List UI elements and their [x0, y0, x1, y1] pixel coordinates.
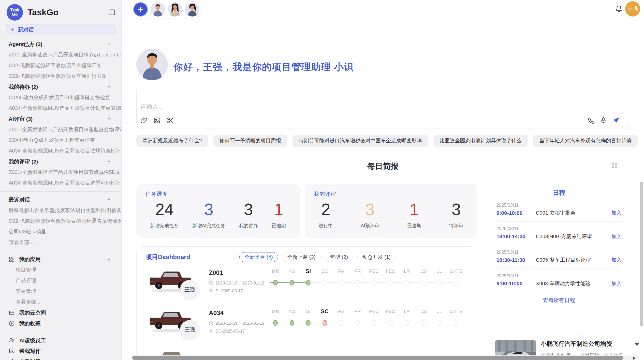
new-chat-button[interactable]: + 新对话 — [6, 24, 116, 35]
milestone-dot — [355, 280, 360, 286]
suggestion-chip[interactable]: 欧洲新规最近颁布了什么? — [136, 135, 208, 147]
chevron-up-icon[interactable] — [107, 198, 111, 202]
recent-view-all[interactable]: 查看全部... — [0, 237, 121, 248]
tab-powertrain[interactable]: 动总开发 (1) — [357, 252, 396, 262]
stat-label: 新增完成任务 — [150, 222, 179, 229]
milestone-dot — [355, 320, 360, 326]
sidebar-item[interactable]: C0X4-动力总成开发项目SI里程碑提交物检查 — [0, 92, 121, 103]
logo-text-bottom: Go — [12, 12, 18, 17]
section-agent-done[interactable]: Agent已办 (3) — [0, 39, 121, 50]
layout-grid-icon[interactable] — [611, 162, 618, 168]
schedule-item: 2025/03/11 13:00-14:30 C003|H0B-方案冻结评审 加… — [496, 226, 622, 245]
milestone-dot — [437, 280, 442, 286]
plus-icon: + — [11, 26, 14, 33]
sidebar-item[interactable]: A034-全新新能源MUV产品开发项目法规符合性评审 — [0, 146, 121, 156]
join-link[interactable]: 加入 — [611, 280, 621, 287]
join-link[interactable]: 加入 — [611, 257, 621, 263]
image-upload-icon[interactable] — [153, 117, 161, 124]
project-row[interactable]: 王强 A034 2023-12-19 ~ 2026-01-19 SC-2025-… — [137, 305, 476, 345]
app-item-product-mgmt[interactable]: 产品管理 — [0, 275, 121, 286]
sidebar-item[interactable]: A034-全新新能源MUV产品开发项目计划变更表编写 — [0, 103, 121, 114]
milestone-label: SI — [300, 308, 317, 315]
card-title: 任务进度 — [145, 190, 291, 198]
sidebar-item[interactable]: Z001-全新燃油轻卡产品开发项目SI节点属性5D文件评审 — [0, 167, 121, 178]
scroll-down-arrow-icon[interactable] — [635, 343, 639, 346]
recent-chat-item[interactable]: 公司Q3轻卡销量 — [0, 227, 121, 237]
owner-name: 王强 — [184, 286, 195, 293]
collapse-sidebar-icon[interactable] — [108, 9, 115, 16]
apps-view-all[interactable]: 查看全部... — [0, 297, 121, 307]
scissors-icon[interactable] — [167, 117, 174, 124]
my-apps[interactable]: 我的应用 — [0, 254, 121, 265]
schedule-time: 10:30-11:30 — [496, 257, 536, 263]
tab-new-platform[interactable]: 全新平台 (4) — [239, 252, 278, 262]
owner-avatar: 王强 — [180, 320, 199, 339]
chevron-up-icon[interactable] — [107, 42, 111, 47]
join-link[interactable]: 加入 — [611, 209, 621, 216]
agent-avatar-woman-1[interactable] — [168, 2, 182, 17]
send-icon[interactable] — [612, 117, 620, 124]
chevron-up-icon[interactable] — [107, 117, 111, 121]
section-ai-review[interactable]: AI评审 (3) — [0, 114, 121, 124]
sidebar-item[interactable]: C0X4-动力总成开发项目工程变更评审 — [0, 135, 121, 146]
attachment-icon[interactable] — [140, 117, 148, 124]
tab-new-body[interactable]: 全新上装 (3) — [282, 252, 321, 262]
section-recent-chats[interactable]: 最近对话 — [0, 194, 121, 205]
sidebar-item[interactable]: Z001-全新燃油皮卡产品开发项目SI节点Lesson Learn报告 — [0, 50, 121, 60]
ai-super-staff[interactable]: AI超级员工 — [0, 335, 121, 346]
join-link[interactable]: 加入 — [611, 233, 621, 240]
flag-icon — [209, 329, 213, 334]
notification-bell-icon[interactable] — [615, 5, 623, 13]
project-row[interactable]: 王强 Z001 2023-12-19 ~ 2027-01-19 SI-2025-… — [137, 264, 476, 304]
task-progress-card: 任务进度 24 新增完成任务 3 新增AI完成任务 3 我的待办 1 已逾期 — [136, 184, 300, 238]
app-item-change-mgmt[interactable]: 变更管理 — [0, 286, 121, 297]
user-avatar[interactable]: 王强 — [625, 1, 640, 17]
agent-avatar-woman-2[interactable] — [185, 2, 200, 17]
add-conversation-button[interactable]: + — [133, 2, 148, 17]
my-cloud-space-label: 我的云空间 — [19, 309, 111, 316]
suggestion-chip[interactable]: 如何写一份清晰的项目周报 — [213, 135, 287, 147]
stat-value: 3 — [193, 200, 225, 220]
composer-right-icons — [587, 117, 620, 124]
suggestion-chip[interactable]: 特朗普可能对进口汽车增税会对中国车企造成哪些影响 — [292, 135, 428, 147]
creative-drawing[interactable]: 创意制图 — [0, 356, 121, 360]
chat-input[interactable] — [140, 103, 387, 110]
chevron-up-icon[interactable] — [107, 159, 111, 164]
sidebar-item[interactable]: C02-飞腾新能源轻客改款项目里程碑画布 — [0, 60, 121, 71]
stat-in-progress: 2 进行中 — [319, 200, 333, 229]
stat-label: AI预评审 — [361, 222, 379, 229]
section-my-review[interactable]: 我的评审 (2) — [0, 156, 121, 167]
recent-chat-item[interactable]: 解释最新出台的欧盟报废车法规再生塑料比例被调至15%... — [0, 205, 121, 216]
agent-avatar-man[interactable] — [151, 2, 165, 17]
clock-icon — [209, 281, 213, 286]
vertical-scrollbar-thumb[interactable] — [640, 182, 643, 326]
sidebar-item[interactable]: Z001-全新燃油轻卡产品开发项目SI造型提交物评审 — [0, 124, 121, 135]
users-icon — [9, 337, 15, 343]
sidebar-item[interactable]: C02-飞腾新能源轻客改款项目立项汇报方案 — [0, 71, 121, 82]
chevron-up-icon[interactable] — [107, 257, 111, 262]
horizontal-scrollbar-thumb[interactable] — [132, 356, 623, 360]
my-favorites[interactable]: 我的收藏 — [0, 318, 121, 329]
chevron-up-icon[interactable] — [107, 85, 111, 89]
help-me-write[interactable]: 帮我写作 — [0, 346, 121, 356]
section-title: 最近对话 — [9, 196, 30, 203]
horizontal-scrollbar-track[interactable] — [131, 355, 639, 360]
phone-call-icon[interactable] — [587, 117, 594, 124]
scroll-right-arrow-icon[interactable] — [633, 356, 636, 360]
stat-label: 待评审 — [449, 222, 463, 229]
my-favorites-label: 我的收藏 — [19, 320, 111, 327]
recent-chat-item[interactable]: C02-飞腾新能源轻客改款项目的闭环通告反馈情况 — [0, 216, 121, 227]
stat-label: 新增AI完成任务 — [193, 222, 225, 229]
tab-model-year[interactable]: 年型 (2) — [325, 252, 353, 262]
app-item-project-mgmt[interactable]: 项目管理 — [0, 265, 121, 275]
my-cloud-space[interactable]: 我的云空间 — [0, 307, 121, 318]
suggestion-chip[interactable]: 比亚迪全固态电池计划具体说了什么 — [433, 135, 528, 147]
sidebar-item[interactable]: A034-全新新能源MUV产品开发项目造型可行性评审 — [0, 178, 121, 188]
milestone-label: FEC — [382, 308, 399, 315]
microphone-icon[interactable] — [600, 117, 607, 124]
stat-overdue: 1 已逾期 — [407, 200, 421, 229]
milestone-dot — [421, 320, 426, 326]
suggestion-chip[interactable]: 当下年轻人对汽车外观有怎样的喜好趋势 — [533, 135, 638, 147]
view-all-schedules-link[interactable]: 查看所有日程 — [496, 297, 622, 304]
section-my-todo[interactable]: 我的待办 (2) — [0, 82, 121, 92]
